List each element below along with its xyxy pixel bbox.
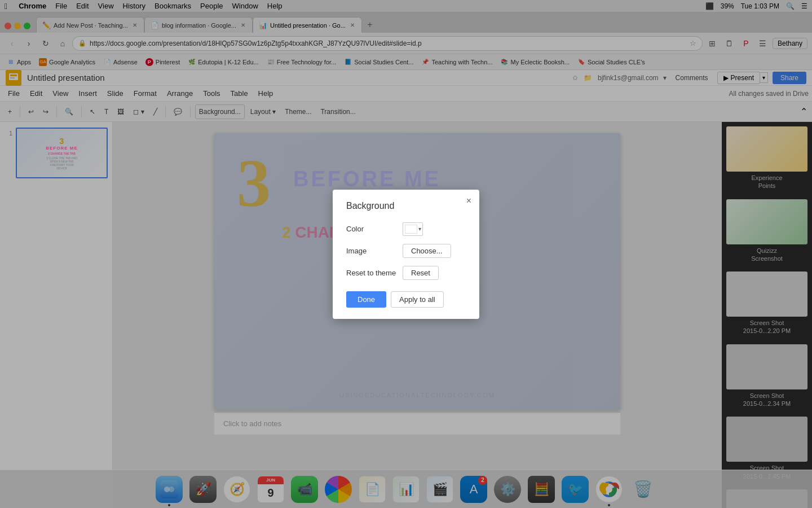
apply-to-all-button[interactable]: Apply to all (391, 291, 444, 308)
color-picker-button[interactable] (403, 222, 423, 236)
dialog-footer: Done Apply to all (346, 291, 466, 308)
dialog-title: Background (346, 201, 466, 211)
color-label: Color (346, 225, 403, 233)
dialog-overlay: Background × Color Image Choose... Reset… (0, 0, 812, 508)
image-label: Image (346, 247, 403, 255)
color-swatch (405, 225, 417, 234)
reset-row: Reset to theme Reset (346, 266, 466, 280)
reset-label: Reset to theme (346, 269, 403, 277)
reset-button[interactable]: Reset (403, 266, 439, 280)
done-button[interactable]: Done (346, 291, 386, 308)
color-row: Color (346, 222, 466, 236)
image-row: Image Choose... (346, 244, 466, 258)
background-dialog: Background × Color Image Choose... Reset… (333, 190, 479, 319)
dialog-close-button[interactable]: × (466, 196, 471, 205)
choose-image-button[interactable]: Choose... (403, 244, 451, 258)
